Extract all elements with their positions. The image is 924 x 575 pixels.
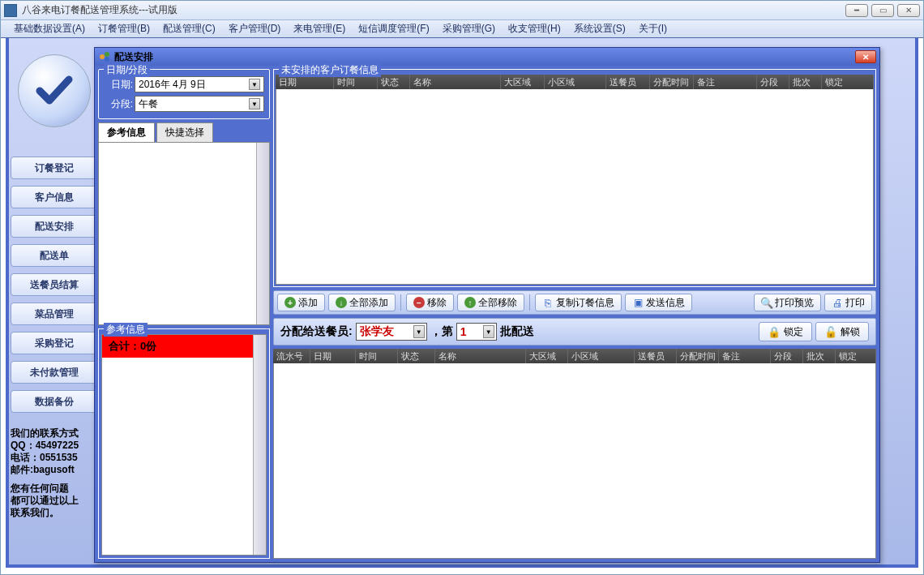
- unlock-button[interactable]: 🔓解锁: [815, 322, 869, 341]
- tab-reference-info[interactable]: 参考信息: [98, 122, 155, 142]
- contact-qq: QQ：45497225: [11, 440, 98, 452]
- close-button[interactable]: ✕: [897, 4, 920, 17]
- batch-dropdown-icon[interactable]: ▼: [483, 325, 494, 338]
- logo-checkmark-icon: [18, 54, 91, 127]
- dialog-titlebar[interactable]: 配送安排 ✕: [95, 48, 879, 66]
- date-segment-fieldset: 日期/分段 日期: 2016年 4月 9日 ▼ 分段: 午餐 ▼: [98, 69, 270, 119]
- print-icon: 🖨: [832, 297, 843, 308]
- toolbar: +添加 ↓全部添加 −移除 ↑全部移除 ⎘复制订餐信息 ▣发送信息 🔍打印预览 …: [273, 290, 876, 315]
- col-segment[interactable]: 分段: [757, 75, 789, 89]
- tabs-row: 参考信息 快捷选择: [98, 122, 270, 142]
- menu-finance[interactable]: 收支管理(H): [502, 20, 567, 37]
- batch-select[interactable]: 1 ▼: [456, 323, 497, 341]
- assigned-grid-body[interactable]: [273, 363, 876, 559]
- menu-customer[interactable]: 客户管理(D): [222, 20, 288, 37]
- ref-scrollbar[interactable]: [253, 335, 266, 555]
- segment-value: 午餐: [139, 97, 158, 111]
- bcol-large-area[interactable]: 大区域: [526, 349, 568, 363]
- dialog-left-panel: 日期/分段 日期: 2016年 4月 9日 ▼ 分段: 午餐 ▼: [98, 69, 270, 559]
- sidebar-btn-data-backup[interactable]: 数据备份: [11, 390, 98, 413]
- unlock-icon: 🔓: [824, 326, 837, 338]
- minimize-button[interactable]: ━: [845, 4, 868, 17]
- date-label: 日期:: [104, 78, 133, 92]
- reference-content: [102, 358, 253, 555]
- bcol-name[interactable]: 名称: [435, 349, 526, 363]
- menu-purchase[interactable]: 采购管理(G): [436, 20, 502, 37]
- col-assign-time[interactable]: 分配时间: [650, 75, 694, 89]
- dialog-right-panel: 未安排的客户订餐信息 日期 时间 状态 名称 大区域 小区域 送餐员 分配时间 …: [273, 69, 876, 559]
- sidebar-btn-purchase-register[interactable]: 采购登记: [11, 332, 98, 354]
- segment-label: 分段:: [104, 97, 133, 111]
- menu-order[interactable]: 订餐管理(B): [92, 20, 156, 37]
- dialog-close-button[interactable]: ✕: [855, 50, 876, 63]
- menu-sms[interactable]: 短信调度管理(F): [352, 20, 435, 37]
- contact-box: 我们的联系方式 QQ：45497225 电话：0551535 邮件:baguso…: [11, 427, 98, 519]
- col-remark[interactable]: 备注: [694, 75, 757, 89]
- dialog-icon: [98, 50, 111, 63]
- date-dropdown-icon[interactable]: ▼: [249, 79, 260, 90]
- menu-call[interactable]: 来电管理(E): [287, 20, 352, 37]
- date-input[interactable]: 2016年 4月 9日 ▼: [135, 76, 264, 92]
- print-preview-button[interactable]: 🔍打印预览: [754, 294, 821, 311]
- contact-tel: 电话：0551535: [11, 452, 98, 464]
- tab-scrollbar[interactable]: [256, 143, 269, 324]
- bcol-status[interactable]: 状态: [398, 349, 435, 363]
- menu-about[interactable]: 关于(I): [632, 20, 674, 37]
- bcol-assign-time[interactable]: 分配时间: [677, 349, 719, 363]
- remove-all-button[interactable]: ↑全部移除: [457, 294, 524, 311]
- unarranged-grid-body[interactable]: [276, 89, 874, 285]
- bcol-serial[interactable]: 流水号: [273, 349, 310, 363]
- sidebar-btn-courier-settle[interactable]: 送餐员结算: [11, 273, 98, 296]
- contact-title: 我们的联系方式: [11, 427, 98, 440]
- bcol-courier[interactable]: 送餐员: [635, 349, 677, 363]
- menu-system[interactable]: 系统设置(S): [567, 20, 632, 37]
- contact-note2: 都可以通过以上: [11, 495, 98, 507]
- courier-dropdown-icon[interactable]: ▼: [413, 325, 425, 338]
- bcol-batch[interactable]: 批次: [803, 349, 836, 363]
- bcol-date[interactable]: 日期: [310, 349, 356, 363]
- sidebar-btn-order-register[interactable]: 订餐登记: [11, 157, 98, 179]
- send-button[interactable]: ▣发送信息: [625, 294, 692, 311]
- copy-icon: ⎘: [542, 297, 554, 308]
- courier-select[interactable]: 张学友 ▼: [356, 323, 427, 341]
- sidebar-btn-dish-manage[interactable]: 菜品管理: [11, 303, 98, 325]
- bcol-time[interactable]: 时间: [356, 349, 398, 363]
- bcol-remark[interactable]: 备注: [719, 349, 771, 363]
- add-all-button[interactable]: ↓全部添加: [328, 294, 396, 311]
- col-lock[interactable]: 锁定: [822, 75, 874, 89]
- sidebar-btn-customer-info[interactable]: 客户信息: [11, 186, 98, 208]
- col-name[interactable]: 名称: [410, 75, 501, 89]
- tab-content: [98, 142, 270, 325]
- segment-dropdown-icon[interactable]: ▼: [249, 98, 260, 109]
- svg-point-0: [100, 54, 105, 59]
- bcol-small-area[interactable]: 小区域: [568, 349, 635, 363]
- bcol-segment[interactable]: 分段: [771, 349, 803, 363]
- assigned-grid: 流水号 日期 时间 状态 名称 大区域 小区域 送餐员 分配时间 备注 分段 批…: [273, 349, 876, 559]
- send-icon: ▣: [632, 297, 644, 308]
- col-status[interactable]: 状态: [378, 75, 410, 89]
- lock-button[interactable]: 🔒锁定: [759, 322, 812, 341]
- add-button[interactable]: +添加: [277, 294, 325, 311]
- col-large-area[interactable]: 大区域: [501, 75, 545, 89]
- svg-point-2: [105, 57, 109, 62]
- delivery-arrange-dialog: 配送安排 ✕ 日期/分段 日期: 2016年 4月 9日 ▼ 分段: 午餐: [94, 47, 880, 563]
- preview-icon: 🔍: [761, 297, 772, 308]
- menubar: 基础数据设置(A) 订餐管理(B) 配送管理(C) 客户管理(D) 来电管理(E…: [1, 20, 923, 38]
- contact-mail: 邮件:bagusoft: [11, 464, 98, 476]
- col-batch[interactable]: 批次: [789, 75, 822, 89]
- print-button[interactable]: 🖨打印: [824, 294, 872, 311]
- copy-button[interactable]: ⎘复制订餐信息: [535, 294, 622, 311]
- segment-select[interactable]: 午餐 ▼: [135, 96, 264, 112]
- maximize-button[interactable]: ▭: [871, 4, 894, 17]
- menu-basic-data[interactable]: 基础数据设置(A): [7, 20, 92, 37]
- col-courier[interactable]: 送餐员: [606, 75, 650, 89]
- menu-delivery[interactable]: 配送管理(C): [156, 20, 222, 37]
- remove-button[interactable]: −移除: [406, 294, 454, 311]
- tab-quick-select[interactable]: 快捷选择: [156, 122, 213, 142]
- sidebar-btn-unpaid-manage[interactable]: 未付款管理: [11, 361, 98, 384]
- sidebar-btn-delivery-note[interactable]: 配送单: [11, 244, 98, 267]
- bcol-lock[interactable]: 锁定: [836, 349, 876, 363]
- sidebar-btn-delivery-arrange[interactable]: 配送安排: [11, 215, 98, 238]
- main-titlebar: 八谷来电订餐配送管理系统---试用版 ━ ▭ ✕: [1, 1, 923, 20]
- col-small-area[interactable]: 小区域: [545, 75, 606, 89]
